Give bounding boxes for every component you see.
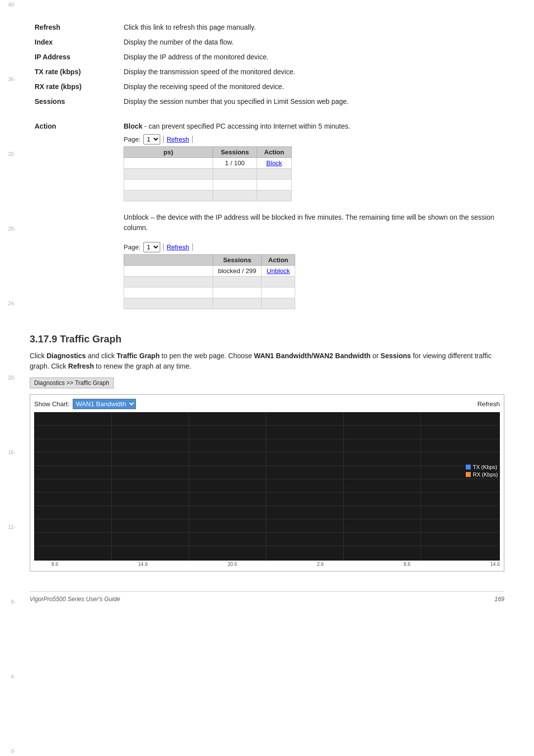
cell-index <box>124 277 213 287</box>
cell-action <box>262 287 295 298</box>
cell-sessions <box>213 277 262 287</box>
definition-row: Index Display the number of the data flo… <box>30 35 504 49</box>
cell-index <box>124 287 213 298</box>
x-label-2: 14.6 <box>138 562 147 567</box>
cell-sessions: blocked / 299 <box>213 266 262 277</box>
y-label-20: 20- <box>0 375 17 380</box>
table-row <box>124 277 295 287</box>
cell-index <box>124 298 213 309</box>
graph-refresh-wrapper: Refresh <box>477 400 500 408</box>
table-row <box>124 190 292 201</box>
block-page-select[interactable]: 1 <box>143 134 160 144</box>
cell-sessions <box>213 287 262 298</box>
definition-row: TX rate (kbps) Display the transmission … <box>30 64 504 79</box>
chart-main: 40- 36- 32- 28- 24- 20- 16- 12- 8- 4- 0- <box>34 412 500 561</box>
section-title: 3.17.9 Traffic Graph <box>30 333 504 345</box>
unblock-page-label: Page: <box>124 243 140 251</box>
def-desc: Display the session number that you spec… <box>119 94 504 109</box>
cell-action <box>257 180 291 190</box>
definition-row: Sessions Display the session number that… <box>30 94 504 109</box>
footer-left: VigorPro5500 Series User's Guide <box>30 596 120 603</box>
block-page-label: Page: <box>124 136 140 143</box>
y-label-16: 16- <box>0 450 17 455</box>
y-label-36: 36- <box>0 77 17 82</box>
x-label-4: 2.6 <box>317 562 324 567</box>
unblock-page-nav: Page: 1 Refresh <box>124 242 295 252</box>
block-data-table: ps) Sessions Action 1 / 100 Block <box>124 146 292 201</box>
y-label-4: 4- <box>0 674 17 679</box>
block-action-link[interactable]: Block <box>267 159 282 167</box>
y-label-32: 32- <box>0 151 17 157</box>
unblock-page-select[interactable]: 1 <box>143 242 160 252</box>
graph-controls-left: Show Chart: WAN1 Bandwidth WAN2 Bandwidt… <box>34 399 136 409</box>
def-desc: Display the IP address of the monitored … <box>119 49 504 64</box>
table-row: blocked / 299 Unblock <box>124 266 295 277</box>
table-row <box>124 287 295 298</box>
x-label-5: 8.6 <box>403 562 410 567</box>
show-chart-label: Show Chart: <box>34 400 70 408</box>
legend-tx-dot <box>466 465 471 470</box>
unblock-action-link[interactable]: Unblock <box>267 267 290 275</box>
y-label-24: 24- <box>0 301 17 306</box>
cell-index <box>124 266 213 277</box>
unblock-data-table: Sessions Action blocked / 299 Unblock <box>124 254 295 309</box>
chart-wrapper: 40- 36- 32- 28- 24- 20- 16- 12- 8- 4- 0- <box>34 412 500 567</box>
cell-sessions <box>213 298 262 309</box>
y-label-0: 0- <box>0 749 17 754</box>
unblock-refresh-link[interactable]: Refresh <box>163 243 193 251</box>
table-row: 1 / 100 Block <box>124 158 292 169</box>
action-desc: Block - can prevent specified PC accessi… <box>119 119 504 319</box>
block-col-rate: ps) <box>124 147 213 158</box>
y-label-12: 12- <box>0 524 17 530</box>
def-desc: Display the transmission speed of the mo… <box>119 64 504 79</box>
graph-refresh-link[interactable]: Refresh <box>477 400 500 408</box>
cell-rate <box>124 190 213 201</box>
x-label-6: 14.6 <box>490 562 500 567</box>
cell-action: Block <box>257 158 291 169</box>
unblock-col-sessions: Sessions <box>213 255 262 266</box>
definition-table: Refresh Click this link to refresh this … <box>30 20 504 109</box>
def-term: RX rate (kbps) <box>30 79 119 94</box>
cell-sessions: 1 / 100 <box>213 158 257 169</box>
chart-plot-area: TX (Kbps) RX (Kbps) <box>34 412 500 561</box>
legend-rx: RX (Kbps) <box>466 472 498 477</box>
unblock-description: Unblock – the device with the IP address… <box>124 212 499 233</box>
footer-right: 169 <box>494 596 504 603</box>
def-term: TX rate (kbps) <box>30 64 119 79</box>
legend-tx-label: TX (Kbps) <box>473 464 497 470</box>
block-refresh-link[interactable]: Refresh <box>163 136 193 143</box>
action-definition-table: Action Block - can prevent specified PC … <box>30 119 504 319</box>
def-term: Refresh <box>30 20 119 35</box>
unblock-table-container: Page: 1 Refresh Sessions Action <box>124 242 295 309</box>
def-term: Sessions <box>30 94 119 109</box>
legend-rx-label: RX (Kbps) <box>473 472 498 477</box>
legend-rx-dot <box>466 472 471 477</box>
def-term: Index <box>30 35 119 49</box>
cell-action <box>257 169 291 180</box>
table-row <box>124 180 292 190</box>
unblock-col-index <box>124 255 213 266</box>
cell-rate <box>124 180 213 190</box>
block-page-nav: Page: 1 Refresh <box>124 134 292 144</box>
chart-y-axis: 40- 36- 32- 28- 24- 20- 16- 12- 8- 4- 0- <box>0 0 17 756</box>
def-term: IP Address <box>30 49 119 64</box>
x-label-3: 20.6 <box>227 562 237 567</box>
cell-sessions <box>213 180 257 190</box>
chart-x-axis: 8.6 14.6 20.6 2.6 8.6 14.6 <box>34 561 500 567</box>
cell-action: Unblock <box>262 266 295 277</box>
breadcrumb: Diagnostics >> Traffic Graph <box>30 378 114 388</box>
legend-tx: TX (Kbps) <box>466 464 498 470</box>
definition-row: RX rate (kbps) Display the receiving spe… <box>30 79 504 94</box>
chart-select[interactable]: WAN1 Bandwidth WAN2 Bandwidth Sessions <box>73 399 136 409</box>
action-term: Action <box>30 119 119 319</box>
cell-rate <box>124 169 213 180</box>
traffic-graph-panel: Show Chart: WAN1 Bandwidth WAN2 Bandwidt… <box>30 394 504 571</box>
block-col-sessions: Sessions <box>213 147 257 158</box>
y-label-8: 8- <box>0 599 17 605</box>
table-row <box>124 298 295 309</box>
chart-select-wrapper: WAN1 Bandwidth WAN2 Bandwidth Sessions <box>73 399 136 409</box>
chart-svg <box>34 412 500 561</box>
page-footer: VigorPro5500 Series User's Guide 169 <box>30 591 504 603</box>
x-label-1: 8.6 <box>51 562 58 567</box>
definition-row: Refresh Click this link to refresh this … <box>30 20 504 35</box>
